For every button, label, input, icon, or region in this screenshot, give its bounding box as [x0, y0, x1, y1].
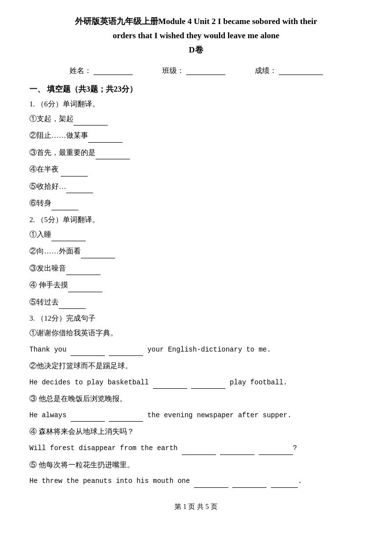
- q3-blank1b[interactable]: [109, 347, 143, 356]
- question1: 1. （6分）单词翻译。 ①支起，架起 ②阻止……做某事 ③首先，最重要的是 ④…: [29, 100, 363, 210]
- q3-cn4: ④ 森林将来会从地球上消失吗？: [29, 425, 363, 439]
- q1-blank1[interactable]: [74, 117, 108, 126]
- q1-blank6[interactable]: [51, 202, 78, 210]
- q1-item5: ⑤收拾好…: [29, 179, 363, 194]
- q2-blank1[interactable]: [51, 232, 86, 241]
- q3-en1: Thank you your English-dictionary to me.: [29, 343, 363, 356]
- q3-blank5c[interactable]: [271, 479, 298, 488]
- q2-blank5[interactable]: [59, 300, 86, 309]
- q1-blank3[interactable]: [96, 151, 130, 159]
- q3-blank2a[interactable]: [153, 380, 187, 389]
- name-blank[interactable]: [94, 66, 133, 75]
- q3-blank4b[interactable]: [220, 446, 254, 455]
- q3-en3: He always the evening newspaper after su…: [29, 409, 363, 422]
- info-row: 姓名： 班级： 成绩：: [29, 66, 363, 76]
- q2-item5: ⑤转过去: [29, 295, 363, 309]
- question3: 3. （12分）完成句子 ①谢谢你借给我英语字典。 Thank you your…: [29, 314, 363, 487]
- title-line1: 外研版英语九年级上册Module 4 Unit 2 I became sobor…: [29, 15, 363, 29]
- q3-blank5a[interactable]: [194, 479, 228, 488]
- q1-blank5[interactable]: [66, 184, 93, 193]
- q1-item1: ①支起，架起: [29, 112, 363, 126]
- class-blank[interactable]: [186, 66, 225, 75]
- q2-blank2[interactable]: [81, 250, 115, 258]
- q3-blank4c[interactable]: [259, 446, 293, 455]
- q2-item3: ③发出噪音: [29, 261, 363, 276]
- q1-blank2[interactable]: [88, 134, 122, 143]
- q3-label: 3. （12分）完成句子: [29, 314, 363, 323]
- q3-cn5: ⑤ 他每次将一粒花生扔进嘴里。: [29, 458, 363, 472]
- q3-blank3b[interactable]: [109, 413, 143, 422]
- q3-en2: He decides to play basketball play footb…: [29, 376, 363, 389]
- name-field: 姓名：: [70, 66, 133, 76]
- q3-en5: He threw the peanuts into his mouth one …: [29, 475, 363, 488]
- q2-item2: ②向……外面看: [29, 244, 363, 258]
- score-blank[interactable]: [279, 66, 323, 75]
- q3-cn3: ③ 他总是在晚饭后浏览晚报。: [29, 392, 363, 406]
- q1-item2: ②阻止……做某事: [29, 128, 363, 143]
- section1-title: 一、 填空题（共3题；共23分）: [29, 84, 363, 95]
- name-label: 姓名：: [70, 66, 92, 76]
- q1-item4: ④在半夜: [29, 162, 363, 177]
- score-label: 成绩：: [255, 66, 277, 76]
- q3-cn1: ①谢谢你借给我英语字典。: [29, 326, 363, 340]
- q2-item1: ①入睡: [29, 227, 363, 242]
- score-field: 成绩：: [255, 66, 323, 76]
- class-field: 班级：: [162, 66, 225, 76]
- q3-blank3a[interactable]: [71, 413, 105, 422]
- q2-item4: ④ 伸手去摸: [29, 278, 363, 292]
- q2-blank4[interactable]: [68, 283, 102, 292]
- title-block: 外研版英语九年级上册Module 4 Unit 2 I became sobor…: [29, 15, 363, 57]
- q3-blank1a[interactable]: [71, 347, 105, 356]
- footer-text: 第 1 页 共 5 页: [174, 503, 218, 510]
- q2-label: 2. （5分）单词翻译。: [29, 215, 363, 225]
- q3-blank2b[interactable]: [191, 380, 225, 389]
- question2: 2. （5分）单词翻译。 ①入睡 ②向……外面看 ③发出噪音 ④ 伸手去摸 ⑤转…: [29, 215, 363, 309]
- q1-item3: ③首先，最重要的是: [29, 146, 363, 160]
- q3-blank5b[interactable]: [232, 479, 267, 488]
- q3-en4: Will forest disappear from the earth ?: [29, 442, 363, 455]
- q1-label: 1. （6分）单词翻译。: [29, 100, 363, 109]
- page-footer: 第 1 页 共 5 页: [29, 503, 363, 511]
- q3-cn2: ②他决定打篮球而不是踢足球。: [29, 359, 363, 373]
- q1-blank4[interactable]: [61, 168, 88, 177]
- title-line3: D卷: [29, 43, 363, 57]
- q2-blank3[interactable]: [66, 266, 100, 275]
- q3-blank4a[interactable]: [182, 446, 216, 455]
- class-label: 班级：: [162, 66, 184, 76]
- q1-item6: ⑥转身: [29, 196, 363, 210]
- title-line2: orders that I wished they would leave me…: [29, 29, 363, 43]
